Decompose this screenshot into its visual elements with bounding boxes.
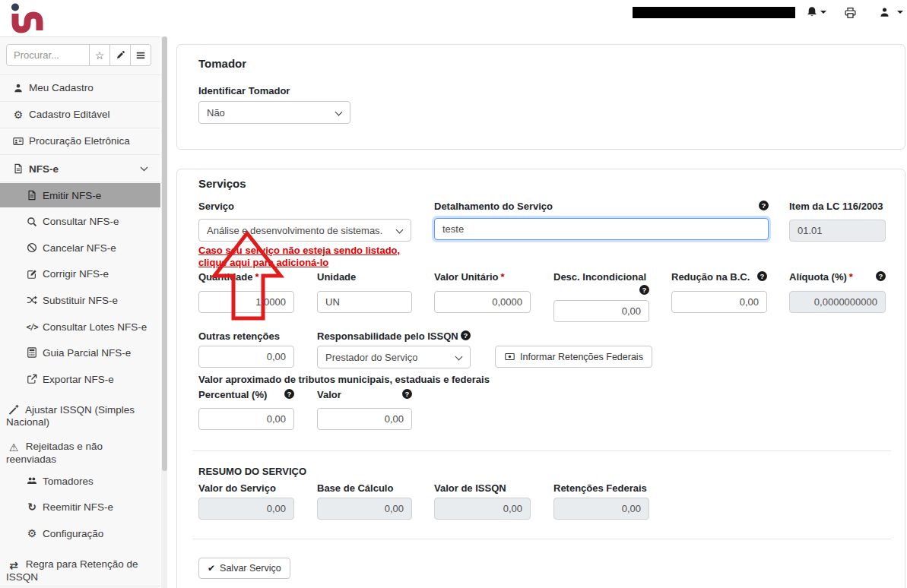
divider — [192, 450, 891, 451]
valor-unitario-input[interactable] — [434, 291, 531, 313]
sidebar-scrollbar[interactable] — [161, 36, 167, 588]
percentual-input[interactable] — [198, 408, 294, 430]
identificar-tomador-select[interactable]: Não — [198, 101, 350, 124]
quantidade-label: Quantidade* — [198, 271, 259, 283]
sidebar-item-label: NFS-e — [29, 163, 59, 175]
sidebar: ☆ Meu Cadastro ⚙ Cadastro Editável — [0, 36, 160, 588]
redacted-user-info — [633, 7, 795, 18]
ban-icon — [24, 242, 40, 253]
chevron-down-icon — [820, 11, 826, 14]
favorites-button[interactable]: ☆ — [89, 44, 110, 66]
reducao-bc-label-row: Redução na B.C. ? — [671, 271, 767, 283]
salvar-servico-button[interactable]: ✔ Salvar Serviço — [198, 558, 290, 579]
sidebar-item-reemitir-nfse[interactable]: ↻ Reemitir NFS-e — [0, 494, 160, 520]
tomador-card: Tomador Identificar Tomador Não — [176, 44, 905, 150]
aliquota-label-row: Alíquota (%)* ? — [789, 271, 886, 283]
sidebar-item-tomadores[interactable]: Tomadores — [0, 468, 160, 494]
unidade-input[interactable] — [317, 291, 412, 313]
exchange-icon: ⇄ — [6, 559, 21, 571]
sidebar-item-rejeitadas[interactable]: ⚠ Rejeitadas e não reenviadas — [0, 436, 160, 471]
sidebar-item-procuracao-eletronica[interactable]: Procuração Eletrônica — [0, 128, 160, 154]
page: ☆ Meu Cadastro ⚙ Cadastro Editável — [0, 0, 907, 588]
sidebar-item-label: Corrigir NFS-e — [43, 268, 109, 280]
help-icon[interactable]: ? — [759, 201, 769, 210]
servicos-title: Serviços — [198, 177, 246, 190]
reducao-bc-input[interactable] — [671, 291, 767, 313]
sidebar-item-label: Consultar NFS-e — [43, 216, 119, 227]
detalhamento-input[interactable] — [434, 218, 769, 240]
desc-incondicional-label: Desc. Incondicional — [553, 271, 646, 283]
help-icon[interactable]: ? — [402, 389, 412, 399]
valor-unitario-label: Valor Unitário* — [434, 271, 505, 283]
sidebar-item-label: Cancelar NFS-e — [43, 242, 116, 254]
refresh-icon: ↻ — [24, 501, 40, 513]
help-icon[interactable]: ? — [639, 285, 649, 295]
help-icon[interactable]: ? — [461, 330, 471, 340]
base-calculo-input — [317, 498, 412, 520]
button-label: Salvar Serviço — [220, 563, 281, 574]
sidebar-item-label: Guia Parcial NFS-e — [43, 347, 131, 359]
outras-retencoes-input[interactable] — [198, 346, 294, 368]
informar-retencoes-button[interactable]: Informar Retenções Federais — [495, 346, 652, 368]
sidebar-item-corrigir-nfse[interactable]: Corrigir NFS-e — [0, 261, 160, 287]
quantidade-input[interactable] — [198, 291, 294, 313]
app-logo[interactable] — [11, 3, 44, 38]
edit-menu-button[interactable] — [109, 44, 131, 66]
menu-toggle-button[interactable] — [130, 44, 151, 66]
help-icon[interactable]: ? — [757, 271, 767, 281]
desc-incondicional-input[interactable] — [553, 300, 649, 322]
sidebar-item-meu-cadastro[interactable]: Meu Cadastro — [0, 74, 160, 101]
sidebar-item-label: Procuração Eletrônica — [29, 135, 130, 147]
sidebar-item-regra-retencao-issqn[interactable]: ⇄ Regra para Retenção de ISSQN — [0, 554, 160, 588]
id-card-icon — [11, 136, 26, 147]
sidebar-item-label: Meu Cadastro — [29, 82, 94, 93]
top-header — [0, 0, 907, 36]
sidebar-item-label: Ajustar ISSQN (Simples Nacional) — [6, 404, 135, 428]
chevron-down-icon — [140, 166, 148, 172]
account-menu-button[interactable] — [879, 6, 903, 18]
notifications-button[interactable] — [806, 6, 826, 18]
valor-input[interactable] — [317, 408, 412, 430]
sidebar-item-label: Tomadores — [43, 476, 94, 487]
sidebar-item-emitir-nfse[interactable]: Emitir NFS-e — [0, 183, 160, 207]
gears-icon: ⚙ — [11, 109, 26, 121]
check-icon: ✔ — [208, 563, 215, 574]
servico-select[interactable]: Análise e desenvolvimento de sistemas. — [198, 219, 411, 242]
sidebar-item-substituir-nfse[interactable]: Substituir NFS-e — [0, 287, 160, 313]
user-icon — [11, 83, 26, 93]
select-value: Análise e desenvolvimento de sistemas. — [207, 225, 382, 236]
sidebar-item-nfse[interactable]: NFS-e — [0, 154, 160, 183]
retencoes-federais-label: Retenções Federais — [553, 482, 647, 494]
select-value: Não — [207, 107, 225, 119]
help-icon[interactable]: ? — [876, 271, 886, 281]
divider — [192, 539, 891, 539]
sidebar-item-cancelar-nfse[interactable]: Cancelar NFS-e — [0, 235, 160, 261]
aliquota-label: Alíquota (%) — [789, 271, 847, 283]
add-service-link[interactable]: Caso seu serviço não esteja sendo listad… — [198, 245, 419, 268]
edit-icon — [24, 269, 40, 280]
valor-issqn-label: Valor de ISSQN — [434, 482, 506, 494]
sidebar-item-cadastro-editavel[interactable]: ⚙ Cadastro Editável — [0, 101, 160, 128]
item-lc-input — [789, 220, 886, 242]
outras-retencoes-label: Outras retenções — [198, 330, 280, 342]
responsabilidade-label-row: Responsabilidade pelo ISSQN ? — [317, 330, 471, 342]
desc-incondicional-help-row: ? — [553, 285, 649, 295]
tomador-title: Tomador — [198, 57, 246, 70]
sidebar-item-ajustar-issqn[interactable]: Ajustar ISSQN (Simples Nacional) — [0, 400, 160, 435]
search-input[interactable] — [6, 44, 90, 66]
required-marker: * — [849, 271, 853, 283]
sidebar-item-exportar-nfse[interactable]: Exportar NFS-e — [0, 366, 160, 392]
sidebar-item-consultar-nfse[interactable]: Consultar NFS-e — [0, 208, 160, 235]
help-icon[interactable]: ? — [284, 389, 294, 399]
shuffle-icon — [24, 295, 40, 305]
sidebar-item-configuracao[interactable]: ⚙ Configuração — [0, 520, 160, 546]
responsabilidade-select: Prestador do Serviço — [317, 346, 471, 368]
sidebar-item-label: Reemitir NFS-e — [43, 501, 113, 513]
warning-icon: ⚠ — [6, 441, 21, 454]
sidebar-item-guia-parcial-nfse[interactable]: Guia Parcial NFS-e — [0, 340, 160, 365]
valor-servico-label: Valor do Serviço — [198, 482, 276, 494]
sidebar-item-consultar-lotes-nfse[interactable]: </> Consultar Lotes NFS-e — [0, 314, 160, 340]
scrollbar-thumb[interactable] — [162, 36, 167, 471]
money-bill-icon — [504, 352, 515, 362]
print-button[interactable] — [844, 7, 857, 19]
